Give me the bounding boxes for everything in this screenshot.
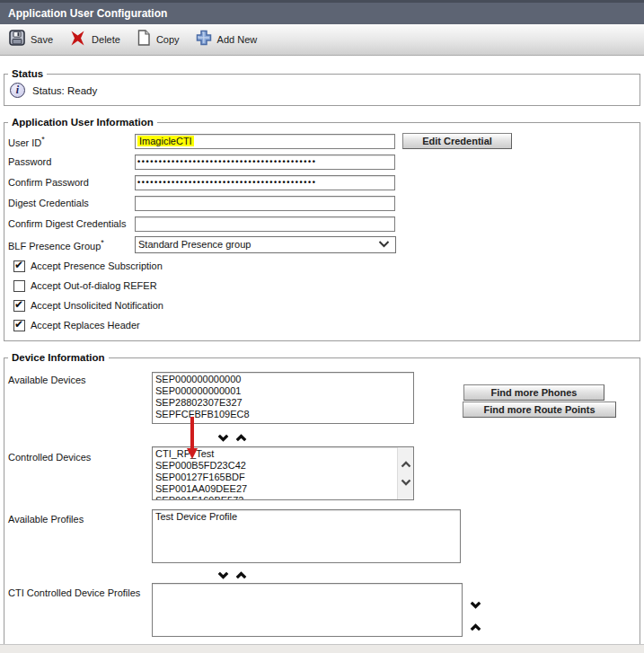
list-option[interactable]: SEP000000000000 xyxy=(153,374,413,385)
list-option[interactable]: Test Device Profile xyxy=(153,511,460,523)
scroll-up-icon[interactable] xyxy=(401,459,411,470)
spacer xyxy=(0,106,644,117)
find-more-phones-button[interactable]: Find more Phones xyxy=(463,384,604,401)
delete-button[interactable]: Delete xyxy=(69,31,120,49)
move-up-icon[interactable] xyxy=(470,619,481,635)
page-title: Application User Configuration xyxy=(8,7,167,20)
password-value: ••••••••••••••••••••••••••••••••••••••••… xyxy=(137,158,317,166)
confirm-password-label: Confirm Password xyxy=(8,177,135,188)
copy-label: Copy xyxy=(156,34,180,45)
save-label: Save xyxy=(31,34,53,45)
user-id-value: ImagicleCTI xyxy=(137,136,194,146)
list-option[interactable]: SEP001F169BE572 xyxy=(153,495,413,500)
accept-out-of-dialog-refer-row: Accept Out-of-dialog REFER xyxy=(13,279,636,292)
delete-label: Delete xyxy=(92,34,120,45)
accept-out-of-dialog-refer-checkbox[interactable] xyxy=(13,280,25,292)
user-id-row: User ID* ImagicleCTI Edit Credential xyxy=(8,133,636,149)
delete-icon xyxy=(69,31,86,49)
edit-credential-button[interactable]: Edit Credential xyxy=(402,133,512,149)
password-label: Password xyxy=(8,156,135,167)
accept-replaces-header-row: Accept Replaces Header xyxy=(13,319,636,331)
window-title-bar: Application User Configuration xyxy=(0,0,644,24)
password-input[interactable]: ••••••••••••••••••••••••••••••••••••••••… xyxy=(135,154,395,170)
blf-presence-group-label: BLF Presence Group* xyxy=(8,238,135,251)
list-option[interactable]: SEP001AA09DEE27 xyxy=(153,483,413,495)
page-bottom-strip xyxy=(0,644,644,653)
controlled-devices-scrollbar[interactable] xyxy=(397,447,413,499)
toolbar: Save Delete Copy Add New xyxy=(0,24,644,56)
list-option[interactable]: SEP000000000001 xyxy=(153,385,413,397)
blf-selected-value: Standard Presence group xyxy=(138,239,251,250)
chevron-down-icon xyxy=(378,239,390,250)
application-user-information-legend: Application User Information xyxy=(8,117,157,128)
list-option[interactable]: SEP28802307E327 xyxy=(153,397,413,409)
available-devices-move-arrows xyxy=(217,429,247,446)
confirm-password-input[interactable]: ••••••••••••••••••••••••••••••••••••••••… xyxy=(135,175,395,190)
user-id-label: User ID* xyxy=(8,135,135,148)
find-more-route-points-button[interactable]: Find more Route Points xyxy=(463,402,616,418)
accept-unsolicited-notification-checkbox[interactable] xyxy=(13,300,25,312)
application-user-information-section: Application User Information User ID* Im… xyxy=(4,117,640,341)
controlled-devices-listbox[interactable]: CTI_RP_TestSEP000B5FD23C42SEP00127F165BD… xyxy=(152,446,414,500)
move-down-icon[interactable] xyxy=(217,567,229,583)
status-section: Status i Status: Ready xyxy=(4,68,640,106)
find-more-phones-label: Find more Phones xyxy=(491,387,578,398)
required-mark: * xyxy=(101,238,104,247)
user-id-input[interactable]: ImagicleCTI xyxy=(135,134,395,149)
list-option[interactable]: SEP00127F165BDF xyxy=(153,472,413,483)
blf-presence-group-select[interactable]: Standard Presence group xyxy=(135,236,396,253)
accept-replaces-header-checkbox[interactable] xyxy=(13,320,25,331)
list-option[interactable]: SEPFCFBFB109EC8 xyxy=(153,409,413,420)
spacer xyxy=(0,341,644,352)
copy-button[interactable]: Copy xyxy=(137,30,180,49)
cti-controlled-device-profiles-listbox[interactable] xyxy=(152,583,463,637)
list-option[interactable]: CTI_RP_Test xyxy=(153,448,413,460)
list-option[interactable]: SEP000B5FD23C42 xyxy=(153,460,413,472)
move-up-icon[interactable] xyxy=(235,567,247,583)
blf-presence-group-row: BLF Presence Group* Standard Presence gr… xyxy=(8,236,636,252)
move-down-icon[interactable] xyxy=(470,596,481,613)
accept-presence-subscription-label: Accept Presence Subscription xyxy=(31,260,163,271)
status-text: Status: Ready xyxy=(32,85,97,96)
confirm-password-row: Confirm Password •••••••••••••••••••••••… xyxy=(8,174,636,190)
find-more-route-points-label: Find more Route Points xyxy=(483,404,595,415)
available-profiles-move-arrows xyxy=(217,567,247,583)
copy-icon xyxy=(137,30,151,49)
edit-credential-label: Edit Credential xyxy=(422,136,492,146)
digest-credentials-label: Digest Credentials xyxy=(8,198,135,208)
add-new-button[interactable]: Add New xyxy=(196,30,258,49)
controlled-devices-label: Controlled Devices xyxy=(8,452,91,463)
password-row: Password •••••••••••••••••••••••••••••••… xyxy=(8,154,636,170)
accept-unsolicited-notification-row: Accept Unsolicited Notification xyxy=(13,299,636,312)
available-devices-listbox[interactable]: SEP000000000000SEP000000000001SEP2880230… xyxy=(152,372,414,424)
accept-replaces-header-label: Accept Replaces Header xyxy=(31,320,140,331)
save-icon xyxy=(9,30,25,49)
add-new-icon xyxy=(196,30,212,49)
confirm-digest-credentials-input[interactable] xyxy=(135,216,395,232)
cti-profiles-move-arrows xyxy=(470,596,481,635)
available-profiles-listbox[interactable]: Test Device Profile xyxy=(152,509,461,563)
accept-presence-subscription-checkbox[interactable] xyxy=(13,260,25,272)
digest-credentials-input[interactable] xyxy=(135,196,395,211)
move-down-icon[interactable] xyxy=(217,429,229,446)
add-new-label: Add New xyxy=(217,34,258,45)
available-devices-label: Available Devices xyxy=(8,375,86,385)
digest-credentials-row: Digest Credentials xyxy=(8,195,636,211)
confirm-digest-credentials-label: Confirm Digest Credentials xyxy=(8,218,135,229)
status-legend: Status xyxy=(8,68,47,79)
confirm-password-value: ••••••••••••••••••••••••••••••••••••••••… xyxy=(137,179,317,187)
accept-out-of-dialog-refer-label: Accept Out-of-dialog REFER xyxy=(31,280,157,291)
required-mark: * xyxy=(41,135,45,144)
accept-presence-subscription-row: Accept Presence Subscription xyxy=(13,260,636,272)
device-information-legend: Device Information xyxy=(8,352,109,363)
move-up-icon[interactable] xyxy=(235,429,247,446)
spacer xyxy=(0,56,644,68)
accept-unsolicited-notification-label: Accept Unsolicited Notification xyxy=(31,300,163,311)
cti-controlled-device-profiles-label: CTI Controlled Device Profiles xyxy=(8,587,140,598)
device-information-section: Device Information Available Devices SEP… xyxy=(4,352,640,645)
confirm-digest-credentials-row: Confirm Digest Credentials xyxy=(8,216,636,232)
available-profiles-label: Available Profiles xyxy=(8,514,84,525)
scroll-down-icon[interactable] xyxy=(401,477,411,488)
save-button[interactable]: Save xyxy=(9,30,53,49)
info-icon: i xyxy=(10,83,25,98)
